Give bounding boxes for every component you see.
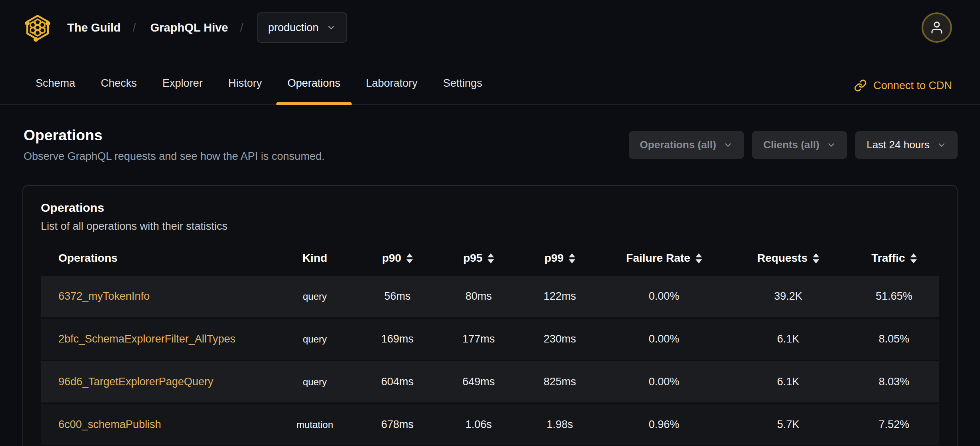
- column-label: p90: [382, 252, 401, 265]
- breadcrumb-project[interactable]: GraphQL Hive: [150, 21, 228, 34]
- cell-p90: 169ms: [357, 319, 438, 360]
- column-label: p95: [463, 252, 482, 265]
- cell-p99: 122ms: [519, 276, 600, 317]
- cell-p95: 1.06s: [438, 404, 519, 445]
- page-subtitle: Observe GraphQL requests and see how the…: [24, 150, 324, 163]
- tab-schema[interactable]: Schema: [36, 77, 75, 104]
- period-filter-label: Last 24 hours: [866, 139, 930, 151]
- target-selector-dropdown[interactable]: production: [257, 12, 347, 43]
- column-label: p99: [544, 252, 564, 265]
- connect-to-cdn-link[interactable]: Connect to CDN: [854, 79, 952, 104]
- period-filter-dropdown[interactable]: Last 24 hours: [855, 131, 958, 159]
- column-header-requests[interactable]: Requests: [728, 244, 849, 274]
- chevron-down-icon: [937, 140, 946, 150]
- cell-p99: 825ms: [519, 361, 600, 402]
- cell-p95: 177ms: [438, 319, 519, 360]
- operations-card: Operations List of all operations with t…: [22, 185, 958, 446]
- column-label: Requests: [757, 252, 808, 265]
- cell-p99: 1.98s: [519, 404, 600, 445]
- filter-bar: Operations (all) Clients (all) Last 24 h…: [629, 131, 958, 159]
- cell-requests: 6.1K: [728, 361, 849, 402]
- sort-arrows-icon: [569, 253, 575, 263]
- sort-arrows-icon: [406, 253, 413, 263]
- user-avatar-button[interactable]: [922, 12, 952, 43]
- cell-p90: 604ms: [357, 361, 438, 402]
- chevron-down-icon: [826, 140, 836, 150]
- sort-arrows-icon: [813, 253, 819, 263]
- graphql-hive-app: { "header": { "org": "The Guild", "proje…: [0, 0, 980, 446]
- cell-kind: query: [273, 361, 357, 402]
- cell-traffic: 8.03%: [849, 361, 939, 402]
- cell-traffic: 51.65%: [849, 276, 939, 317]
- operation-link[interactable]: 2bfc_SchemaExplorerFilter_AllTypes: [58, 333, 236, 345]
- operation-link[interactable]: 6372_myTokenInfo: [58, 290, 150, 302]
- cell-kind: query: [273, 276, 357, 317]
- operation-link[interactable]: 6c00_schemaPublish: [58, 418, 161, 430]
- chevron-down-icon: [326, 23, 336, 32]
- cell-requests: 6.1K: [728, 319, 849, 360]
- operations-filter-dropdown[interactable]: Operations (all): [629, 131, 744, 159]
- clients-filter-label: Clients (all): [763, 139, 819, 151]
- cell-traffic: 7.52%: [849, 404, 939, 445]
- column-label: Traffic: [871, 252, 905, 265]
- sort-arrows-icon: [910, 253, 917, 263]
- cell-p99: 230ms: [519, 319, 600, 360]
- cell-kind: query: [273, 319, 357, 360]
- clients-filter-dropdown[interactable]: Clients (all): [752, 131, 847, 159]
- column-header-kind: Kind: [273, 244, 357, 274]
- column-header-p99[interactable]: p99: [519, 244, 600, 274]
- cell-p90: 56ms: [357, 276, 438, 317]
- cell-failure-rate: 0.00%: [600, 319, 728, 360]
- tab-settings[interactable]: Settings: [443, 77, 482, 104]
- table-row: 6372_myTokenInfo query 56ms 80ms 122ms 0…: [41, 276, 939, 317]
- tab-laboratory[interactable]: Laboratory: [366, 77, 418, 104]
- tab-history[interactable]: History: [228, 77, 262, 104]
- column-header-traffic[interactable]: Traffic: [849, 244, 939, 274]
- page-title: Operations: [24, 127, 324, 144]
- tab-checks[interactable]: Checks: [101, 77, 137, 104]
- cell-requests: 5.7K: [728, 404, 849, 445]
- operation-link[interactable]: 96d6_TargetExplorerPageQuery: [58, 376, 213, 388]
- column-header-failure-rate[interactable]: Failure Rate: [600, 244, 728, 274]
- operations-filter-label: Operations (all): [640, 139, 716, 151]
- cell-p90: 678ms: [357, 404, 438, 445]
- tab-operations[interactable]: Operations: [288, 77, 340, 104]
- cell-p95: 649ms: [438, 361, 519, 402]
- page-header: Operations Observe GraphQL requests and …: [0, 105, 980, 163]
- breadcrumb-separator: /: [240, 21, 243, 34]
- link-icon: [854, 79, 867, 92]
- column-header-operations: Operations: [41, 244, 273, 274]
- breadcrumb-org[interactable]: The Guild: [67, 21, 121, 34]
- chevron-down-icon: [723, 140, 733, 150]
- user-icon: [930, 20, 944, 35]
- sort-arrows-icon: [488, 253, 494, 263]
- main-nav: Schema Checks Explorer History Operation…: [0, 45, 980, 105]
- cell-failure-rate: 0.00%: [600, 361, 728, 402]
- cell-traffic: 8.05%: [849, 319, 939, 360]
- cell-failure-rate: 0.00%: [600, 276, 728, 317]
- table-row: 6c00_schemaPublish mutation 678ms 1.06s …: [41, 404, 939, 445]
- top-bar: The Guild / GraphQL Hive / production: [0, 0, 980, 45]
- target-selector-value: production: [268, 22, 318, 34]
- card-subtitle: List of all operations with their statis…: [41, 220, 939, 233]
- column-label: Failure Rate: [626, 252, 690, 265]
- hive-logo-icon: [22, 12, 53, 43]
- cell-requests: 39.2K: [728, 276, 849, 317]
- table-header-row: Operations Kind p90 p95 p99 Failure Rate…: [41, 244, 939, 274]
- table-row: 2bfc_SchemaExplorerFilter_AllTypes query…: [41, 319, 939, 360]
- sort-arrows-icon: [696, 253, 702, 263]
- cell-p95: 80ms: [438, 276, 519, 317]
- column-header-p90[interactable]: p90: [357, 244, 438, 274]
- breadcrumb-separator: /: [133, 21, 136, 34]
- cell-failure-rate: 0.96%: [600, 404, 728, 445]
- tab-explorer[interactable]: Explorer: [162, 77, 203, 104]
- table-row: 96d6_TargetExplorerPageQuery query 604ms…: [41, 361, 939, 402]
- connect-to-cdn-label: Connect to CDN: [873, 80, 952, 92]
- operations-table: Operations Kind p90 p95 p99 Failure Rate…: [41, 242, 939, 446]
- column-header-p95[interactable]: p95: [438, 244, 519, 274]
- page-header-text: Operations Observe GraphQL requests and …: [24, 127, 324, 163]
- card-title: Operations: [41, 201, 939, 215]
- cell-kind: mutation: [273, 404, 357, 445]
